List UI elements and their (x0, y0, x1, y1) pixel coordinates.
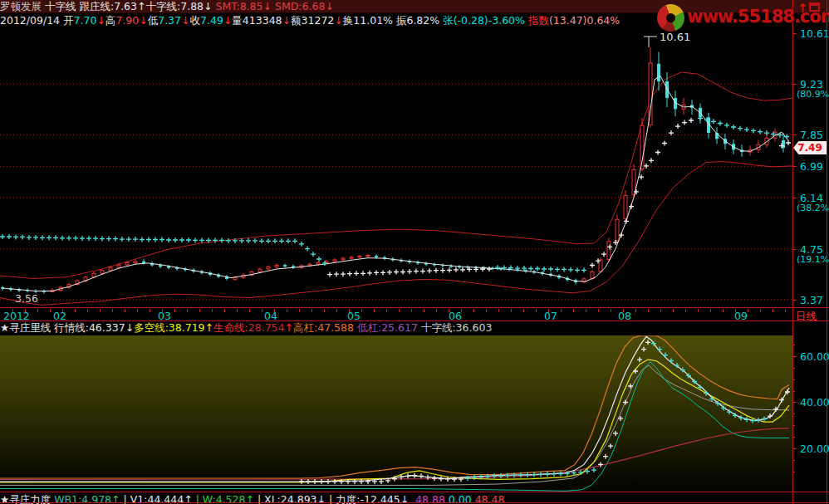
text-segment: 张(-0.28)-3.60% (443, 14, 528, 27)
time-tick (498, 309, 499, 312)
time-tick (785, 309, 786, 312)
time-axis-label: 06 (449, 310, 462, 322)
time-tick (224, 309, 225, 312)
text-segment: 生命线: (213, 321, 248, 334)
text-segment: 十字线:7.88↓ (146, 0, 216, 12)
text-segment: 高 (105, 14, 116, 27)
text-segment: 7.49 (200, 14, 223, 27)
time-tick (436, 309, 437, 312)
text-segment: ↓ (181, 14, 189, 27)
fib-percent-label: (19.1%) (797, 254, 829, 265)
text-segment: 换11.01% (343, 14, 396, 27)
time-axis-label: 2012 (3, 310, 30, 322)
time-tick (760, 309, 761, 312)
indicator1-header[interactable]: ★寻庄里线 行情线:46.337↓多空线:38.719↑生命线:28.754↑高… (0, 321, 829, 334)
indicator-axis-label: 20.00 (800, 443, 829, 455)
time-axis-label: 05 (347, 310, 361, 322)
text-segment: 7.37 (158, 14, 181, 27)
text-segment: ↓ (139, 14, 147, 27)
time-tick (361, 309, 362, 312)
price-axis-label: 7.85 (800, 129, 823, 141)
current-price-tag: 7.49 (793, 141, 827, 154)
text-segment: 指数 (528, 14, 549, 27)
text-segment: 低 (148, 14, 159, 27)
time-tick (174, 309, 175, 312)
text-segment: ↓ (282, 14, 291, 27)
time-tick (100, 309, 101, 312)
time-tick (698, 309, 699, 312)
text-segment: 收 (190, 14, 201, 27)
text-segment: ↑ (285, 321, 293, 334)
time-axis-label: 07 (544, 310, 557, 322)
text-segment: ↓ (334, 14, 342, 27)
text-segment: ↓ (96, 14, 105, 27)
window-restore-icon[interactable] (809, 2, 820, 12)
time-tick (486, 309, 487, 312)
time-tick (673, 309, 674, 312)
time-tick (324, 309, 325, 312)
time-tick (536, 309, 537, 312)
time-tick (311, 309, 312, 312)
price-axis: 10.619.23(80.9%)7.856.996.14(38.2%)4.75(… (794, 27, 829, 307)
text-segment: 振6.82% (396, 14, 443, 27)
time-tick (287, 309, 287, 312)
candlestick-chart[interactable]: 10.613.56 (0, 27, 793, 307)
time-tick (561, 309, 562, 312)
time-tick (399, 309, 400, 312)
price-axis-label: 3.37 (800, 294, 823, 306)
time-tick (50, 309, 51, 312)
fib-percent-label: (38.2%) (797, 203, 829, 213)
text-segment: 28.754 (248, 321, 285, 334)
text-segment: 低杠:25.617 (357, 321, 421, 334)
time-tick (648, 309, 649, 312)
svg-text:3.56: 3.56 (15, 292, 38, 305)
main-price-chart[interactable]: 10.613.56 (0, 27, 793, 307)
time-tick (424, 309, 424, 312)
indicator1-chart[interactable] (0, 335, 793, 492)
indicator1-panel[interactable] (0, 335, 793, 492)
brand-logo-icon[interactable] (657, 4, 684, 32)
time-tick (573, 309, 574, 312)
text-segment: 2012/09/14 (0, 14, 63, 27)
time-tick (685, 309, 686, 312)
text-segment: 7.70 (74, 14, 97, 27)
text-segment: 高杠:47.588 (293, 321, 357, 334)
time-tick (262, 309, 262, 312)
time-tick (199, 309, 200, 312)
indicator1-axis: 60.0040.0020.00 (794, 335, 829, 492)
text-segment: 额31272 (291, 14, 334, 27)
time-tick (249, 309, 250, 312)
time-tick (212, 309, 213, 312)
time-axis: 日线 20120203040506070809 (0, 307, 829, 321)
text-segment: (13.47)0.64% (549, 14, 620, 27)
time-tick (336, 309, 337, 312)
divider (0, 502, 829, 503)
time-tick (773, 309, 773, 312)
text-segment: 量413348 (232, 14, 282, 27)
time-tick (748, 309, 748, 312)
axis-border (792, 0, 793, 504)
time-tick (523, 309, 524, 312)
text-segment: 7.90 (115, 14, 139, 27)
text-segment: 开 (63, 14, 74, 27)
time-tick (635, 309, 636, 312)
time-tick (150, 309, 150, 312)
text-segment: ↓ (223, 14, 232, 27)
svg-text:10.61: 10.61 (660, 31, 690, 43)
corner-arrow-icon[interactable]: ↑ (797, 1, 808, 16)
time-tick (386, 309, 387, 312)
time-tick (511, 309, 512, 312)
time-tick (37, 309, 38, 312)
text-segment: 跟庄线:7.63↑ (79, 0, 145, 12)
time-tick (187, 309, 188, 312)
time-tick (611, 309, 611, 312)
text-segment: 行情线:46.337↓ (54, 321, 134, 334)
fib-percent-label: (80.9%) (797, 89, 829, 100)
time-axis-label: 02 (53, 310, 66, 322)
stock-app-window: 罗顿发展 十字线 跟庄线:7.63↑十字线:7.88↓ SMT:8.85↓ SM… (0, 0, 829, 504)
text-segment: 罗顿发展 (0, 0, 45, 12)
time-tick (660, 309, 661, 312)
text-segment: 十字线 (45, 0, 79, 12)
time-tick (374, 309, 375, 312)
time-tick (473, 309, 474, 312)
